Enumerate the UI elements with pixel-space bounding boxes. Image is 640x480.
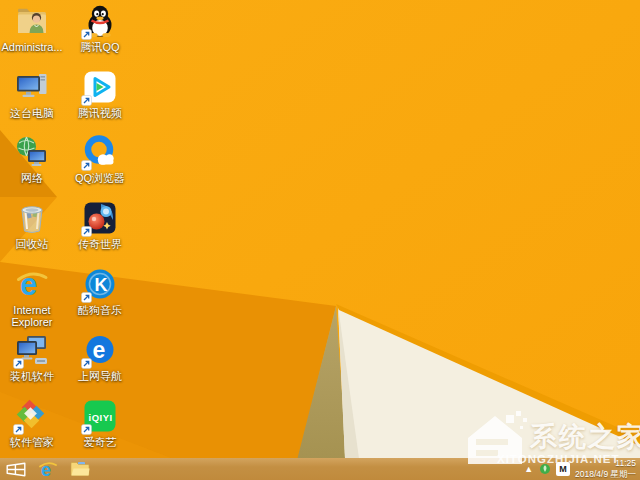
start-button[interactable]	[0, 458, 32, 480]
web-navigation-icon: e	[83, 333, 117, 367]
input-method-indicator[interactable]: M	[556, 462, 570, 476]
icon-label: 传奇世界	[78, 238, 122, 250]
tencent-qq-icon	[83, 4, 117, 38]
clock-time: 11:25	[575, 458, 636, 469]
administrator-folder-icon	[15, 4, 49, 38]
icon-label: 腾讯视频	[78, 107, 122, 119]
desktop-icon-pc-setup-software[interactable]: 装机软件	[0, 333, 65, 382]
icon-label: 软件管家	[10, 436, 54, 448]
recycle-bin-icon	[15, 201, 49, 235]
desktop-icon-network[interactable]: 网络	[0, 135, 65, 184]
desktop-icon-web-navigation[interactable]: e 上网导航	[67, 333, 133, 382]
tray-green-app-icon[interactable]	[539, 463, 551, 475]
desktop-icon-administrator[interactable]: Administra...	[0, 4, 65, 53]
icon-label: 这台电脑	[10, 107, 54, 119]
icon-label: 酷狗音乐	[78, 304, 122, 316]
taskbar-file-explorer-button[interactable]	[64, 458, 96, 480]
icon-label: 装机软件	[10, 370, 54, 382]
shortcut-arrow-icon	[81, 424, 92, 435]
taskbar: e ▲ M 11:25 2018/4/9 星期一	[0, 458, 640, 480]
clock-date: 2018/4/9 星期一	[575, 469, 636, 480]
icon-label: 上网导航	[78, 370, 122, 382]
icon-label: Administra...	[1, 41, 62, 53]
windows-desktop: Administra... 这台电脑	[0, 0, 640, 480]
desktop-icon-software-manager[interactable]: 软件管家	[0, 399, 65, 448]
shortcut-arrow-icon	[81, 160, 92, 171]
svg-text:e: e	[93, 337, 106, 363]
icon-label: 腾讯QQ	[80, 41, 119, 53]
desktop-icon-this-pc[interactable]: 这台电脑	[0, 70, 65, 119]
software-manager-icon	[15, 399, 49, 433]
shortcut-arrow-icon	[13, 424, 24, 435]
shortcut-arrow-icon	[81, 358, 92, 369]
desktop-icon-iqiyi[interactable]: iQIYI 爱奇艺	[67, 399, 133, 448]
desktop-icon-legend-world-game[interactable]: 传奇世界	[67, 201, 133, 250]
desktop-icon-internet-explorer[interactable]: e Internet Explorer	[0, 267, 65, 329]
pc-setup-software-icon	[15, 333, 49, 367]
windows-logo-icon	[5, 461, 27, 478]
icon-label: Internet Explorer	[0, 304, 64, 329]
shortcut-arrow-icon	[81, 29, 92, 40]
desktop-icon-tencent-qq[interactable]: 腾讯QQ	[67, 4, 133, 53]
icon-label: 爱奇艺	[84, 436, 117, 448]
iqiyi-icon: iQIYI	[83, 399, 117, 433]
legend-world-game-icon	[83, 201, 117, 235]
shortcut-arrow-icon	[81, 292, 92, 303]
kugou-music-icon: K	[83, 267, 117, 301]
qq-browser-icon	[83, 135, 117, 169]
shortcut-arrow-icon	[81, 226, 92, 237]
desktop-icon-qq-browser[interactable]: QQ浏览器	[67, 135, 133, 184]
show-hidden-icons-button[interactable]: ▲	[523, 465, 534, 474]
file-explorer-icon	[70, 461, 90, 477]
shortcut-arrow-icon	[13, 358, 24, 369]
tencent-video-icon	[83, 70, 117, 104]
svg-text:K: K	[95, 275, 108, 295]
network-icon	[15, 135, 49, 169]
icon-label: 网络	[21, 172, 43, 184]
system-tray: ▲ M 11:25 2018/4/9 星期一	[523, 458, 640, 480]
icon-label: 回收站	[16, 238, 49, 250]
desktop-icon-kugou-music[interactable]: K 酷狗音乐	[67, 267, 133, 316]
icon-label: QQ浏览器	[75, 172, 125, 184]
shortcut-arrow-icon	[81, 95, 92, 106]
this-pc-icon	[15, 70, 49, 104]
desktop-icon-tencent-video[interactable]: 腾讯视频	[67, 70, 133, 119]
svg-text:e: e	[20, 267, 37, 301]
taskbar-clock[interactable]: 11:25 2018/4/9 星期一	[575, 458, 636, 479]
desktop-icon-recycle-bin[interactable]: 回收站	[0, 201, 65, 250]
internet-explorer-icon: e	[15, 267, 49, 301]
taskbar-internet-explorer-button[interactable]: e	[32, 458, 64, 480]
svg-text:iQIYI: iQIYI	[89, 412, 113, 423]
internet-explorer-icon: e	[38, 459, 58, 479]
